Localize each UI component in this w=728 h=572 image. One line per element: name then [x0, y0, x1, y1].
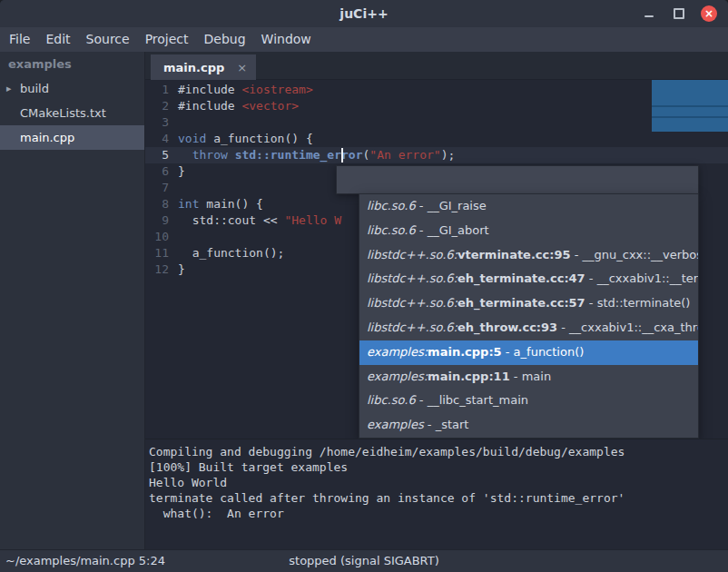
backtrace-item[interactable]: libstdc++.so.6:eh_terminate.cc:57 - std:… — [359, 291, 698, 316]
tab-main-cpp[interactable]: main.cpp × — [151, 54, 256, 80]
code-token — [228, 148, 235, 162]
code-token: throw — [192, 148, 228, 162]
blue-info-box — [652, 80, 728, 132]
backtrace-lib: libc.so.6 — [367, 393, 416, 407]
backtrace-location: main.cpp:11 — [428, 370, 510, 383]
code-line-1: #include <iostream> — [178, 82, 313, 98]
tree-item-main-cpp[interactable]: main.cpp — [0, 125, 144, 150]
minimize-button[interactable] — [641, 5, 657, 22]
code-token: #include — [178, 99, 241, 113]
code-token: main() { — [199, 197, 262, 211]
backtrace-function: - std::terminate() — [585, 296, 691, 310]
backtrace-function: - a_function() — [502, 345, 585, 359]
code-editor[interactable]: 123456789101112 #include <iostream>#incl… — [145, 80, 728, 439]
backtrace-location: main.cpp:5 — [428, 345, 502, 359]
code-line-11: a_function(); — [178, 245, 284, 261]
code-line-4: void a_function() { — [178, 131, 313, 147]
terminal-output[interactable]: Compiling and debugging /home/eidheim/ex… — [145, 439, 728, 549]
code-token — [178, 148, 192, 162]
tab-close-icon[interactable]: × — [237, 61, 247, 74]
backtrace-function: - __gnu_cxx::__verbos — [571, 248, 698, 261]
code-line-5: throw std::runtime_error("An error"); — [178, 147, 455, 163]
restore-button[interactable] — [671, 5, 687, 22]
backtrace-popup[interactable]: libc.so.6 - __GI_raiselibc.so.6 - __GI_a… — [359, 193, 699, 439]
code-line-8: int main() { — [178, 196, 263, 212]
terminal-line: Compiling and debugging /home/eidheim/ex… — [149, 444, 728, 459]
code-token: ); — [441, 148, 456, 162]
menu-item-edit[interactable]: Edit — [45, 27, 70, 52]
project-name: examples — [0, 52, 144, 76]
menu-item-window[interactable]: Window — [261, 27, 311, 52]
backtrace-function: - __GI_abort — [416, 223, 489, 237]
backtrace-location: vterminate.cc:95 — [457, 248, 571, 261]
code-token: "Hello W — [284, 213, 341, 227]
code-line-6: } — [178, 163, 185, 180]
backtrace-item[interactable]: examples:main.cpp:11 - main — [359, 365, 698, 390]
close-button[interactable]: × — [701, 5, 717, 22]
tabbar: main.cpp × — [145, 52, 728, 80]
code-token: #include — [178, 83, 241, 96]
code-token: } — [178, 262, 185, 276]
tree-item-build[interactable]: ▸build — [0, 76, 144, 101]
titlebar[interactable]: juCi++ × — [0, 0, 728, 27]
backtrace-lib: libstdc++.so.6: — [367, 321, 457, 334]
text-cursor — [341, 148, 343, 163]
window-title: juCi++ — [0, 0, 728, 27]
terminal-line: Hello World — [149, 475, 728, 490]
code-token: a_function() { — [206, 132, 312, 145]
tree-item-label: main.cpp — [20, 131, 74, 144]
menu-item-project[interactable]: Project — [145, 27, 189, 52]
backtrace-function: - _start — [424, 418, 469, 431]
backtrace-item[interactable]: libc.so.6 - __GI_abort — [359, 219, 698, 243]
restore-icon — [674, 8, 684, 19]
code-token: a_function(); — [178, 246, 284, 260]
code-line-12: } — [178, 261, 185, 278]
code-line-9: std::cout << "Hello W — [178, 212, 341, 229]
backtrace-lib: examples: — [367, 370, 428, 383]
backtrace-item[interactable]: examples - _start — [359, 413, 698, 438]
tree-item-label: build — [20, 82, 49, 95]
backtrace-location: eh_throw.cc:93 — [457, 321, 557, 334]
backtrace-item[interactable]: libstdc++.so.6:eh_terminate.cc:47 - __cx… — [359, 267, 698, 291]
tree-item-cmakelists-txt[interactable]: CMakeLists.txt — [0, 101, 144, 125]
backtrace-lib: libstdc++.so.6: — [367, 271, 457, 285]
backtrace-item[interactable]: libstdc++.so.6:vterminate.cc:95 - __gnu_… — [359, 243, 698, 268]
status-debug-state: stopped (signal SIGABRT) — [0, 550, 728, 572]
tab-label: main.cpp — [163, 61, 224, 74]
menu-item-source[interactable]: Source — [86, 27, 130, 52]
backtrace-lib: libc.so.6 — [367, 223, 416, 237]
backtrace-lib: examples: — [367, 345, 428, 359]
code-token: void — [178, 132, 206, 145]
blue-box-stripe — [652, 116, 728, 118]
code-token: } — [178, 164, 185, 178]
code-token: std::cout << — [178, 213, 284, 227]
backtrace-item[interactable]: libc.so.6 - __GI_raise — [359, 194, 698, 219]
tree-item-label: CMakeLists.txt — [20, 106, 106, 120]
backtrace-item[interactable]: libstdc++.so.6:eh_throw.cc:93 - __cxxabi… — [359, 316, 698, 340]
backtrace-item[interactable]: libc.so.6 - __libc_start_main — [359, 389, 698, 413]
file-tree[interactable]: ▸buildCMakeLists.txtmain.cpp — [0, 76, 144, 150]
backtrace-function: - __cxxabiv1::__cxa_thro — [557, 321, 698, 334]
menu-item-file[interactable]: File — [9, 27, 30, 52]
statusbar: ~/examples/main.cpp 5:24 stopped (signal… — [0, 549, 728, 572]
backtrace-lib: examples — [367, 418, 424, 431]
code-token: <iostream> — [241, 83, 312, 96]
backtrace-location: eh_terminate.cc:57 — [457, 296, 585, 310]
code-token: std::runtime_error — [235, 148, 363, 162]
backtrace-lib: libstdc++.so.6: — [367, 296, 457, 310]
backtrace-lib: libc.so.6 — [367, 199, 416, 212]
backtrace-function: - __cxxabiv1::__term — [585, 271, 698, 285]
minimize-icon — [644, 15, 654, 17]
window-controls: × — [641, 0, 717, 27]
backtrace-item[interactable]: examples:main.cpp:5 - a_function() — [359, 340, 698, 365]
backtrace-function: - __libc_start_main — [416, 393, 528, 407]
code-line-2: #include <vector> — [178, 98, 299, 114]
file-sidebar: examples ▸buildCMakeLists.txtmain.cpp — [0, 52, 145, 549]
chevron-right-icon: ▸ — [6, 76, 12, 101]
code-token: <vector> — [241, 99, 299, 113]
juci-window: juCi++ × FileEditSourceProjectDebugWindo… — [0, 0, 728, 572]
terminal-line: what(): An error — [149, 506, 728, 521]
blue-box-stripe — [652, 105, 728, 107]
backtrace-function: - main — [510, 370, 551, 383]
menu-item-debug[interactable]: Debug — [204, 27, 246, 52]
